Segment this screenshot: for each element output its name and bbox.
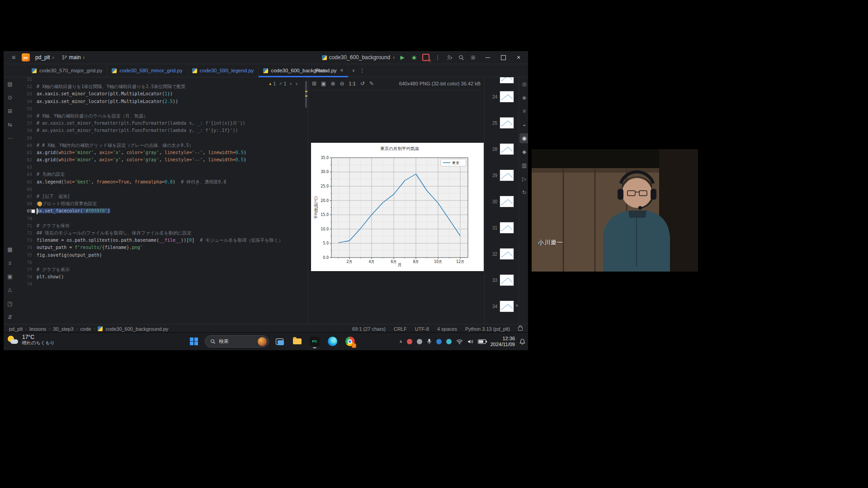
code-line[interactable]: 74output_path = f'results/{filename}.png…: [16, 244, 308, 251]
breadcrumb-item[interactable]: pd_plt: [9, 326, 23, 332]
taskbar-search[interactable]: 検索: [205, 335, 269, 347]
code-line[interactable]: 76: [16, 259, 308, 266]
more-actions-button[interactable]: ⋮: [433, 53, 442, 62]
scrollbar-thumb[interactable]: [305, 81, 307, 108]
code-line[interactable]: 58# ax.yaxis.set_minor_formatter(plt.Fun…: [16, 127, 308, 134]
code-line[interactable]: 62ax.grid(which='minor', axis='y', color…: [16, 156, 308, 164]
thumbnail-image[interactable]: [500, 248, 514, 260]
commit-tool-icon[interactable]: ⊙: [5, 93, 15, 103]
zoom-out-icon[interactable]: ⊖: [340, 80, 344, 87]
plot-thumbnail-item[interactable]: 24: [485, 91, 519, 104]
thumbnail-image[interactable]: [500, 196, 514, 207]
code-line[interactable]: 72## 現在のモジュールのファイル名を取得し、保存ファイル名を動的に設定: [16, 230, 308, 237]
dependencies-tool-icon[interactable]: ▥: [519, 160, 528, 170]
wifi-icon[interactable]: [456, 339, 463, 344]
volume-icon[interactable]: [467, 339, 473, 344]
hidden-tabs-chevron-icon[interactable]: ∨: [352, 68, 355, 73]
coverage-tool-icon[interactable]: ◒: [519, 120, 528, 130]
code-line[interactable]: 63: [16, 164, 308, 171]
close-icon[interactable]: ×: [340, 67, 344, 74]
code-line[interactable]: 69ax.set_facecolor('#f0f0f0'): [16, 207, 308, 215]
tab-code30_570_major_grid.py[interactable]: code30_570_major_grid.py: [27, 64, 107, 77]
code-line[interactable]: 54ax.yaxis.set_minor_locator(plt.Multipl…: [16, 98, 308, 105]
problems-tool-icon[interactable]: ⚠: [5, 285, 15, 295]
breadcrumb-item[interactable]: lessons: [29, 326, 46, 332]
close-button[interactable]: ×: [511, 52, 526, 63]
zoom-in-icon[interactable]: ⊕: [330, 80, 335, 87]
code-line[interactable]: 68# プロット領域の背景色設定: [16, 200, 308, 207]
code-line[interactable]: 75fig.savefig(output_path): [16, 252, 308, 259]
warning-stripe-mark[interactable]: [305, 95, 307, 97]
next-problem-icon[interactable]: ∨: [295, 82, 298, 86]
python-console-tool-icon[interactable]: ≥: [5, 258, 15, 268]
grid-view-icon[interactable]: ⊞: [312, 80, 316, 87]
onedrive-tray-icon[interactable]: [417, 339, 422, 344]
code-line[interactable]: 61ax.grid(which='minor', axis='x', color…: [16, 149, 308, 156]
thumbnail-image[interactable]: [500, 143, 514, 155]
status-item[interactable]: CRLF: [394, 326, 407, 332]
search-everywhere-button[interactable]: [457, 53, 466, 62]
file-explorer-button[interactable]: [290, 334, 304, 349]
notifications-icon[interactable]: ◎: [519, 79, 528, 89]
ai-assistant-icon[interactable]: ◈: [519, 93, 528, 103]
tab-plots[interactable]: Plots: [315, 64, 327, 77]
code-line[interactable]: 65ax.legend(loc='best', frameon=True, fr…: [16, 178, 308, 186]
code-line[interactable]: 55: [16, 105, 308, 113]
tray-overflow-chevron-icon[interactable]: ∧: [399, 339, 402, 344]
search-highlight-image[interactable]: [258, 337, 267, 346]
plot-thumbnail-item[interactable]: 30: [485, 196, 519, 209]
thumbnail-image[interactable]: [500, 117, 514, 129]
version-control-tool-icon[interactable]: ⇵: [5, 312, 15, 322]
pycharm-taskbar-button[interactable]: PC: [307, 334, 322, 349]
breadcrumb-item[interactable]: code30_600_background.py: [105, 326, 168, 332]
edge-button[interactable]: [325, 334, 340, 349]
code-line[interactable]: 66: [16, 186, 308, 193]
settings-sync-icon[interactable]: ↻: [519, 188, 528, 197]
plot-thumbnail-partial[interactable]: [500, 77, 514, 84]
app-tray-icon[interactable]: [446, 339, 452, 344]
main-menu-button[interactable]: ≡: [9, 53, 18, 62]
thumbnail-image[interactable]: [500, 169, 514, 181]
close-icon[interactable]: ×: [515, 303, 518, 308]
status-item[interactable]: Python 3.13 (pd_plt): [465, 326, 510, 332]
status-item[interactable]: UTF-8: [415, 326, 429, 332]
prev-problem-icon[interactable]: ∧: [289, 82, 292, 86]
tab-code30_590_legend.py[interactable]: code30_590_legend.py: [188, 64, 259, 77]
chrome-button[interactable]: 1: [343, 334, 357, 349]
plot-thumbnail-item[interactable]: 32: [485, 248, 519, 262]
inspections-widget[interactable]: ▲1 ✓1 ∧ ∨: [265, 80, 302, 88]
code-line[interactable]: 77# グラフを表示: [16, 266, 308, 273]
branch-selector[interactable]: main ∨: [60, 53, 87, 61]
code-line[interactable]: 67# [以下、追加]: [16, 193, 308, 200]
code-with-me-button[interactable]: [445, 53, 454, 62]
color-preview-swatch[interactable]: [31, 209, 35, 213]
stop-button[interactable]: 2: [421, 53, 430, 62]
security-tray-icon[interactable]: [407, 339, 412, 344]
settings-button[interactable]: [468, 53, 477, 62]
plot-thumbnail-item[interactable]: 33: [485, 274, 519, 288]
debug-button[interactable]: [410, 53, 419, 62]
plot-thumbnail-item[interactable]: 25: [485, 117, 519, 131]
minimize-button[interactable]: [480, 52, 495, 63]
plot-image[interactable]: 2月4月6月8月10月12月0.05.010.015.020.025.030.0…: [311, 143, 484, 271]
code-line[interactable]: 51: [16, 77, 308, 83]
plot-thumbnail-item[interactable]: 31: [485, 222, 519, 235]
code-line[interactable]: 71# グラフを保存: [16, 222, 308, 230]
terminal-tool-icon[interactable]: ▣: [5, 272, 15, 282]
project-selector[interactable]: pd_plt ∨: [33, 53, 57, 61]
code-line[interactable]: 78plt.show(): [16, 273, 308, 281]
code-editor[interactable]: 5152# X軸の補助目盛りを1単位間隔、Y軸の補助目盛りを2.5単位間隔で配置…: [16, 77, 308, 324]
actual-size-button[interactable]: 1:1: [349, 81, 356, 86]
thumbnail-image[interactable]: [500, 274, 514, 286]
plot-thumbnail-item[interactable]: 28: [485, 143, 519, 157]
run-button[interactable]: ▶: [398, 53, 407, 62]
pull-requests-tool-icon[interactable]: ⇆: [5, 120, 15, 130]
run-tool-icon[interactable]: ▷: [519, 174, 528, 184]
code-line[interactable]: 53ax.xaxis.set_minor_locator(plt.Multipl…: [16, 90, 308, 98]
tab-code30_580_minor_grid.py[interactable]: code30_580_minor_grid.py: [107, 64, 187, 77]
services-tool-icon[interactable]: ◳: [5, 299, 15, 309]
fit-to-window-icon[interactable]: ▣: [321, 80, 326, 87]
status-item[interactable]: 4 spaces: [437, 326, 457, 332]
code-line[interactable]: 60# # X軸、Y軸方向の補助グリッド線を設定（グレーの点線、線の太さ0.5）: [16, 142, 308, 149]
task-view-button[interactable]: [272, 334, 287, 349]
